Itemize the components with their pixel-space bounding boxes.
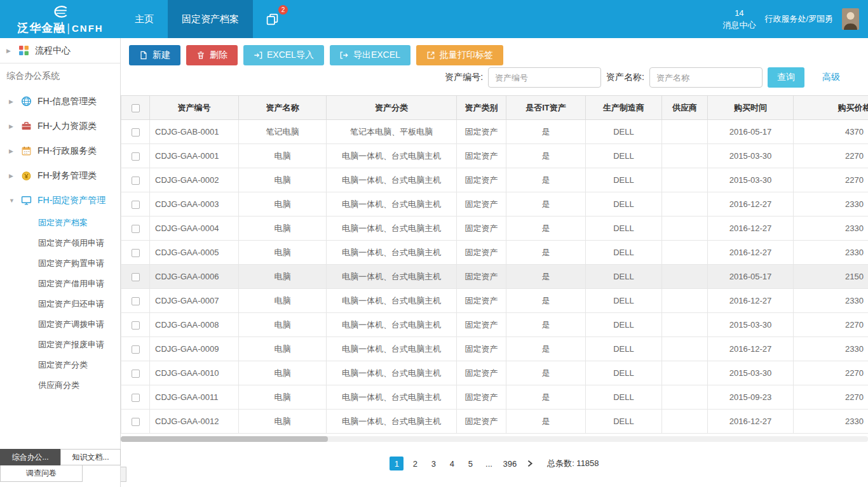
page-button[interactable]: 3 <box>426 457 440 470</box>
sidebar-item-label: FH-人力资源类 <box>37 121 97 132</box>
column-header[interactable]: 资产分类 <box>327 96 457 120</box>
bottom-tab-knowledge[interactable]: 知识文档... <box>60 449 121 465</box>
nav-tab-fixed-assets[interactable]: 固定资产档案 <box>168 0 253 38</box>
excel-import-button[interactable]: EXCEL导入 <box>243 45 324 65</box>
sidebar-item-fixed-asset-management[interactable]: ▼ FH-固定资产管理 <box>0 188 120 213</box>
logo-icon <box>51 3 70 20</box>
sidebar-submenu-item[interactable]: 固定资产归还申请 <box>0 294 120 314</box>
row-checkbox[interactable] <box>132 321 140 330</box>
sidebar-submenu-item[interactable]: 固定资产调拨申请 <box>0 314 120 335</box>
table-row[interactable]: CDJG-GAA-0006电脑电脑一体机、台式电脑主机固定资产是DELL2016… <box>121 265 868 289</box>
table-cell: 4370 <box>794 120 868 144</box>
row-checkbox[interactable] <box>132 152 140 161</box>
sidebar-submenu-item[interactable]: 固定资产借用申请 <box>0 274 120 294</box>
sidebar-submenu-item[interactable]: 固定资产档案 <box>0 213 120 233</box>
column-header[interactable]: 生产制造商 <box>586 96 662 120</box>
nav-tab-home[interactable]: 主页 <box>121 0 168 38</box>
page-button[interactable]: 5 <box>463 457 477 470</box>
row-checkbox[interactable] <box>132 128 140 137</box>
page-button[interactable]: 4 <box>445 457 459 470</box>
page-button[interactable]: 2 <box>408 457 422 470</box>
chevron-down-icon: ▼ <box>9 197 15 204</box>
sidebar-submenu-item[interactable]: 固定资产领用申请 <box>0 233 120 253</box>
page-button[interactable]: 1 <box>390 457 403 470</box>
table-row[interactable]: CDJG-GAA-0004电脑电脑一体机、台式电脑主机固定资产是DELL2016… <box>121 217 868 241</box>
table-row[interactable]: CDJG-GAA-0007电脑电脑一体机、台式电脑主机固定资产是DELL2016… <box>121 289 868 313</box>
sidebar-submenu-item[interactable]: 固定资产报废申请 <box>0 335 120 355</box>
batch-print-button[interactable]: 批量打印标签 <box>416 45 503 65</box>
calendar-icon <box>21 145 32 156</box>
delete-button[interactable]: 删除 <box>186 45 238 65</box>
column-header[interactable]: 购买时间 <box>708 96 794 120</box>
table-cell: DELL <box>586 192 662 217</box>
table-cell: 是 <box>506 168 586 192</box>
column-header[interactable]: 购买价格 <box>794 96 868 120</box>
nav-tab-open-windows[interactable]: 2 <box>253 0 292 38</box>
sidebar-bottom-tabs: 综合办公... 知识文档... 调查问卷 <box>0 449 121 482</box>
row-checkbox-cell <box>121 192 150 217</box>
column-header[interactable]: 资产名称 <box>239 96 327 120</box>
sidebar-submenu-item[interactable]: 固定资产分类 <box>0 355 120 375</box>
row-checkbox[interactable] <box>132 225 140 233</box>
table-cell: 固定资产 <box>457 120 506 144</box>
page-button[interactable]: 396 <box>500 457 519 470</box>
sidebar: ▶ 流程中心 综合办公系统 ▶ FH-信息管理类 ▶ FH-人力资源类 <box>0 38 121 487</box>
row-checkbox[interactable] <box>132 177 140 185</box>
table-row[interactable]: CDJG-GAA-0003电脑电脑一体机、台式电脑主机固定资产是DELL2016… <box>121 192 868 217</box>
table-cell: 固定资产 <box>457 385 506 410</box>
table-cell <box>662 217 708 241</box>
row-checkbox[interactable] <box>132 370 140 378</box>
table-row[interactable]: CDJG-GAA-0008电脑电脑一体机、台式电脑主机固定资产是DELL2015… <box>121 313 868 337</box>
row-checkbox[interactable] <box>132 201 140 209</box>
column-header[interactable]: 资产类别 <box>457 96 506 120</box>
table-cell: 电脑一体机、台式电脑主机 <box>327 192 457 217</box>
bottom-tab-survey[interactable]: 调查问卷 <box>0 465 83 482</box>
query-button[interactable]: 查询 <box>768 67 804 88</box>
row-checkbox[interactable] <box>132 345 140 354</box>
table-cell: DELL <box>586 313 662 337</box>
sidebar-item-finance[interactable]: ▶ FH-财务管理类 <box>0 163 120 188</box>
row-checkbox[interactable] <box>132 297 140 305</box>
row-checkbox[interactable] <box>132 394 140 402</box>
table-row[interactable]: CDJG-GAB-0001笔记电脑笔记本电脑、平板电脑固定资产是DELL2016… <box>121 120 868 144</box>
sidebar-item-process-center[interactable]: ▶ 流程中心 <box>0 38 120 63</box>
column-header[interactable]: 资产编号 <box>150 96 239 120</box>
avatar[interactable] <box>842 8 859 30</box>
new-button[interactable]: 新建 <box>129 45 180 65</box>
excel-export-button[interactable]: 导出EXCEL <box>330 45 410 65</box>
select-all-checkbox[interactable] <box>132 104 140 112</box>
table-cell: 2330 <box>794 241 868 265</box>
sidebar-item-hr[interactable]: ▶ FH-人力资源类 <box>0 114 120 138</box>
table-row[interactable]: CDJG-GAA-0005电脑电脑一体机、台式电脑主机固定资产是DELL2016… <box>121 241 868 265</box>
bottom-tab-office[interactable]: 综合办公... <box>0 449 60 465</box>
scrollbar-thumb[interactable] <box>121 436 328 442</box>
logo[interactable]: 泛华金融|CNFH <box>0 0 121 38</box>
user-name[interactable]: 行政服务处/罗国勇 <box>764 13 833 25</box>
table-cell: 2330 <box>794 337 868 361</box>
table-row[interactable]: CDJG-GAA-0001电脑电脑一体机、台式电脑主机固定资产是DELL2015… <box>121 144 868 168</box>
message-center-link[interactable]: 14 消息中心 <box>722 7 756 32</box>
column-header[interactable]: 供应商 <box>662 96 708 120</box>
table-row[interactable]: CDJG-GAA-0010电脑电脑一体机、台式电脑主机固定资产是DELL2015… <box>121 361 868 385</box>
row-checkbox-cell <box>121 120 150 144</box>
table-row[interactable]: CDJG-GAA-0012电脑电脑一体机、台式电脑主机固定资产是DELL2016… <box>121 410 868 434</box>
asset-name-input[interactable] <box>649 67 763 88</box>
next-page-button[interactable] <box>526 459 534 468</box>
table-row[interactable]: CDJG-GAA-0002电脑电脑一体机、台式电脑主机固定资产是DELL2015… <box>121 168 868 192</box>
table-row[interactable]: CDJG-GAA-0009电脑电脑一体机、台式电脑主机固定资产是DELL2016… <box>121 337 868 361</box>
asset-no-input[interactable] <box>488 67 601 88</box>
row-checkbox-cell <box>121 217 150 241</box>
row-checkbox[interactable] <box>132 273 140 281</box>
row-checkbox[interactable] <box>132 249 140 257</box>
row-checkbox[interactable] <box>132 418 140 426</box>
sidebar-submenu: 固定资产档案固定资产领用申请固定资产购置申请固定资产借用申请固定资产归还申请固定… <box>0 213 120 396</box>
table-cell: DELL <box>586 289 662 313</box>
sidebar-submenu-item[interactable]: 固定资产购置申请 <box>0 253 120 274</box>
column-header[interactable]: 是否IT资产 <box>506 96 586 120</box>
sidebar-item-info-management[interactable]: ▶ FH-信息管理类 <box>0 89 120 114</box>
horizontal-scrollbar[interactable] <box>121 436 868 442</box>
sidebar-item-admin-services[interactable]: ▶ FH-行政服务类 <box>0 138 120 163</box>
table-row[interactable]: CDJG-GAA-0011电脑电脑一体机、台式电脑主机固定资产是DELL2015… <box>121 385 868 410</box>
sidebar-submenu-item[interactable]: 供应商分类 <box>0 375 120 396</box>
advanced-search-link[interactable]: 高级 <box>822 72 840 83</box>
